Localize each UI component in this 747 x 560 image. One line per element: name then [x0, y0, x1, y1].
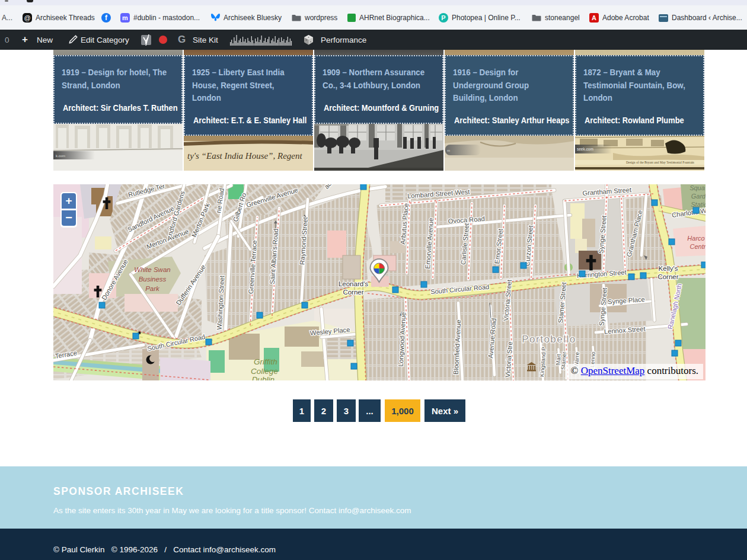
svg-text:Static: Static — [691, 201, 706, 208]
svg-text:k.com: k.com — [56, 154, 65, 158]
svg-text:White Swan: White Swan — [134, 266, 170, 273]
svg-text:Gard: Gard — [691, 193, 706, 200]
svg-text:Centr: Centr — [690, 243, 706, 250]
svg-text:m: m — [447, 149, 450, 152]
svg-text:Corner: Corner — [657, 273, 678, 280]
svg-text:Squa: Squa — [689, 184, 705, 191]
svg-text:Business: Business — [139, 276, 167, 283]
svg-text:Design of the Bryant and May T: Design of the Bryant and May Testimonial… — [626, 161, 694, 164]
svg-text:Mart: Mart — [554, 354, 561, 366]
svg-text:Dublin: Dublin — [252, 375, 274, 380]
svg-text:Leonard's: Leonard's — [339, 280, 368, 287]
svg-text:seek.com: seek.com — [577, 147, 593, 151]
svg-text:ty's “East India House”, Regen: ty's “East India House”, Regent — [187, 151, 302, 161]
svg-text:Portobello: Portobello — [522, 334, 576, 345]
svg-text:Kelly's: Kelly's — [659, 265, 678, 272]
svg-text:Griffith: Griffith — [254, 357, 277, 366]
svg-text:Corner: Corner — [343, 289, 363, 296]
svg-text:Park: Park — [145, 285, 160, 292]
svg-text:College: College — [251, 367, 278, 376]
svg-text:Harco: Harco — [687, 235, 704, 242]
